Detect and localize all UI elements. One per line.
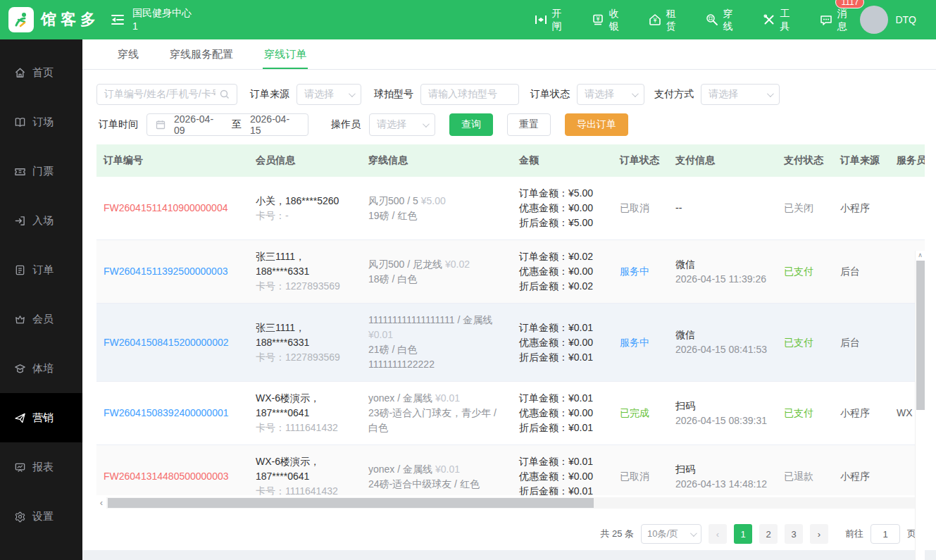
order-source-label: 订单来源 <box>250 88 289 101</box>
h-scroll-thumb[interactable] <box>108 498 594 508</box>
messages-button[interactable]: 1117 消息 <box>820 7 847 32</box>
sidebar-item-marketing[interactable]: 营销 <box>0 393 82 442</box>
goto-page-input[interactable] <box>871 524 900 544</box>
calendar-icon <box>156 120 166 130</box>
tab-stringing[interactable]: 穿线 <box>116 39 140 69</box>
page-button-3[interactable]: 3 <box>785 524 803 544</box>
search-icon <box>220 89 230 99</box>
order-status: 服务中 <box>620 266 649 277</box>
table-header: 订单编号 会员信息 穿线信息 金额 订单状态 支付信息 支付状态 订单来源 服务… <box>96 144 925 177</box>
sidebar: 首页 订场 门票 入场 订单 会员 体培 营销 报表 设置 <box>0 39 82 560</box>
horizontal-scrollbar[interactable]: ‹ › <box>96 497 925 509</box>
orders-table: 订单编号 会员信息 穿线信息 金额 订单状态 支付信息 支付状态 订单来源 服务… <box>96 144 925 495</box>
pagination: 共 25 条 10条/页 ‹ 1 2 3 › 前往 页 <box>82 509 936 544</box>
page-size-select[interactable]: 10条/页 <box>641 524 701 544</box>
order-source-select[interactable]: 请选择 <box>297 84 361 105</box>
order-number-link[interactable]: FW26041508392400000001 <box>104 407 229 418</box>
order-number-link[interactable]: FW26041508415200000002 <box>104 337 229 348</box>
rental-button[interactable]: ¥ 租赁 <box>649 7 676 32</box>
gate-icon <box>535 13 547 26</box>
filter-panel: 订单编号/姓名/手机号/卡号 订单来源 请选择 球拍型号 请输入球拍型号 订单状… <box>82 70 936 136</box>
pay-method-label: 支付方式 <box>654 88 694 101</box>
scroll-left-icon[interactable]: ‹ <box>96 497 106 508</box>
operator-select[interactable]: 请选择 <box>369 113 435 136</box>
home-icon <box>14 67 26 79</box>
racket-model-label: 球拍型号 <box>374 88 413 101</box>
tab-bar: 穿线 穿线服务配置 穿线订单 <box>82 39 936 70</box>
operator-label: 操作员 <box>331 118 361 131</box>
sidebar-item-reports[interactable]: 报表 <box>0 442 82 492</box>
search-input[interactable]: 订单编号/姓名/手机号/卡号 <box>96 84 237 105</box>
cashier-icon: ¥ <box>592 13 604 26</box>
order-number-link[interactable]: FW26041511392500000003 <box>104 266 227 277</box>
order-status-select[interactable]: 请选择 <box>577 84 644 105</box>
order-time-label: 订单时间 <box>99 118 138 131</box>
svg-text:¥: ¥ <box>597 16 600 23</box>
tab-stringing-service-config[interactable]: 穿线服务配置 <box>168 39 235 69</box>
chevron-down-icon <box>423 120 430 127</box>
gate-button[interactable]: 开闸 <box>535 7 562 32</box>
brand-name: 馆客多 <box>41 9 100 30</box>
table-row: FW26041511410900000004 小关，186****5260卡号：… <box>96 177 925 240</box>
table-row: FW26041511392500000003 张三1111，188****633… <box>96 240 925 304</box>
page-button-2[interactable]: 2 <box>759 524 778 544</box>
sidebar-item-settings[interactable]: 设置 <box>0 492 82 541</box>
order-number-link[interactable]: FW26041511410900000004 <box>104 202 227 213</box>
page-button-1[interactable]: 1 <box>734 524 752 544</box>
order-number-link[interactable]: FW26041314480500000003 <box>104 471 229 482</box>
pay-method-select[interactable]: 请选择 <box>701 84 780 105</box>
scroll-up-icon[interactable]: ∧ <box>918 251 923 259</box>
date-from: 2026-04-09 <box>174 113 223 136</box>
topbar: 馆客多 国民健身中心1 开闸 ¥ 收银 ¥ 租赁 <box>0 0 936 39</box>
collapse-menu-icon[interactable] <box>110 13 125 27</box>
order-status: 已取消 <box>620 202 649 213</box>
pay-status: 已支付 <box>784 337 813 348</box>
next-page-button[interactable]: › <box>810 524 828 544</box>
sidebar-item-training[interactable]: 体培 <box>0 344 82 393</box>
training-icon <box>14 363 26 375</box>
pay-status: 已支付 <box>784 407 813 418</box>
user-menu[interactable]: DTQ <box>860 6 916 34</box>
prev-page-button[interactable]: ‹ <box>709 524 727 544</box>
message-badge: 1117 <box>835 0 864 8</box>
racket-model-input[interactable]: 请输入球拍型号 <box>420 84 519 105</box>
reset-button[interactable]: 重置 <box>507 113 551 136</box>
order-status-label: 订单状态 <box>530 88 570 101</box>
total-count: 共 25 条 <box>600 528 634 540</box>
report-icon <box>14 461 26 473</box>
sidebar-item-home[interactable]: 首页 <box>0 48 82 97</box>
message-icon <box>820 13 832 26</box>
order-status: 服务中 <box>620 337 649 348</box>
sidebar-item-entry[interactable]: 入场 <box>0 196 82 245</box>
chevron-down-icon <box>767 90 774 97</box>
venue-name[interactable]: 国民健身中心1 <box>132 6 193 33</box>
pay-status: 已支付 <box>784 266 813 277</box>
vertical-scrollbar[interactable]: ∧ ∨ <box>915 251 925 560</box>
order-status: 已完成 <box>620 407 649 418</box>
tools-button[interactable]: 工具 <box>763 7 790 32</box>
booking-icon <box>14 116 26 128</box>
tab-stringing-orders[interactable]: 穿线订单 <box>263 39 308 69</box>
chevron-down-icon <box>632 90 639 97</box>
date-to: 2026-04-15 <box>250 113 299 136</box>
order-icon <box>14 264 26 276</box>
query-button[interactable]: 查询 <box>449 113 493 136</box>
cashier-button[interactable]: ¥ 收银 <box>592 7 619 32</box>
v-scroll-thumb[interactable] <box>916 261 925 410</box>
goto-label: 前往 <box>845 528 863 540</box>
date-range-picker[interactable]: 2026-04-09 至 2026-04-15 <box>146 113 308 136</box>
ticket-icon <box>14 166 26 178</box>
table-row: FW26041508392400000001 WX-6楼演示，187****06… <box>96 382 925 445</box>
sidebar-item-booking[interactable]: 订场 <box>0 97 82 147</box>
chevron-down-icon <box>349 90 356 97</box>
sidebar-item-orders[interactable]: 订单 <box>0 245 82 294</box>
avatar[interactable] <box>860 6 888 34</box>
stringing-button[interactable]: 穿线 <box>706 7 733 32</box>
pay-status: 已退款 <box>784 471 813 482</box>
topbar-actions: 开闸 ¥ 收银 ¥ 租赁 穿线 工具 1117 <box>535 7 847 32</box>
bottom-strip <box>82 550 936 560</box>
gear-icon <box>14 511 26 523</box>
sidebar-item-members[interactable]: 会员 <box>0 294 82 344</box>
sidebar-item-tickets[interactable]: 门票 <box>0 147 82 196</box>
export-orders-button[interactable]: 导出订单 <box>565 113 628 136</box>
